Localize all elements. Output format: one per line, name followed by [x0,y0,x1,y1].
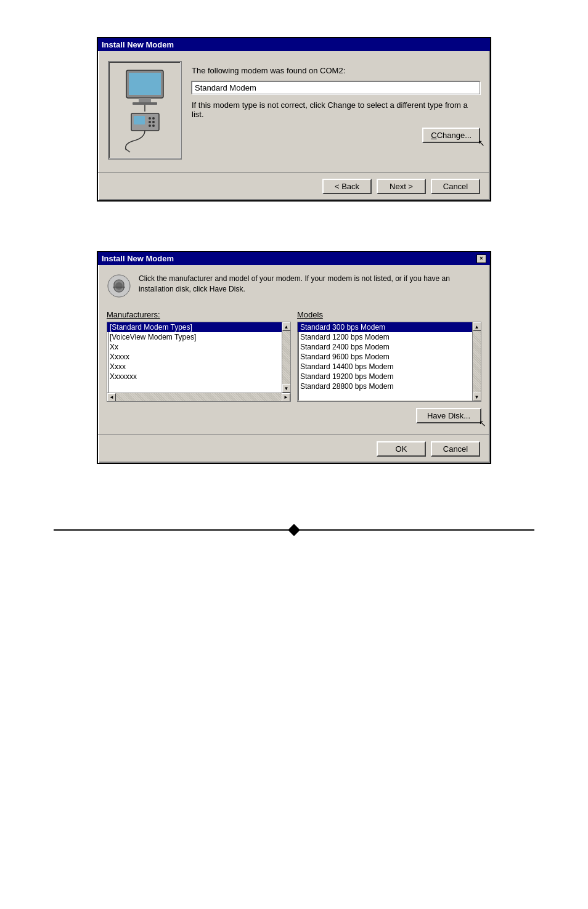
lists-row: Manufacturers: [Standard Modem Types] [V… [107,310,481,402]
list-item[interactable]: Standard 28800 bps Modem [298,381,472,391]
scroll-up-arrow[interactable]: ▲ [473,322,481,331]
svg-point-9 [149,121,151,123]
dialog2-titlebar: Install New Modem × [98,252,490,265]
list-item[interactable]: Standard 2400 bps Modem [298,342,472,352]
dialog1-titlebar: Install New Modem [98,38,490,51]
models-items: Standard 300 bps Modem Standard 1200 bps… [298,322,472,401]
scroll-track [282,331,290,384]
svg-rect-2 [139,98,151,103]
list-item[interactable]: Xx [107,342,282,352]
back-button[interactable]: < Back [322,179,372,194]
models-section: Models Standard 300 bps Modem Standard 1… [297,310,481,402]
change-button[interactable]: CChange... [422,128,480,143]
install-modem-dialog-2: Install New Modem × Click the manufactur… [97,251,491,464]
svg-point-11 [149,124,151,127]
svg-point-10 [152,121,155,123]
models-scrollbar[interactable]: ▲ ▼ [472,322,481,401]
list-item[interactable]: Standard 19200 bps Modem [298,372,472,381]
change-suggestion-text: If this modem type is not correct, click… [192,100,480,119]
manufacturers-scrollbar[interactable]: ▲ ▼ [282,322,290,393]
close-button[interactable]: × [476,255,486,263]
have-disk-wrapper: Have Disk... ↖ [416,408,481,423]
scroll-down-arrow[interactable]: ▼ [473,393,481,401]
dialog1-footer: < Back Next > Cancel [98,172,490,200]
svg-rect-6 [134,116,145,124]
list-item[interactable]: Xxxxx [107,352,282,362]
models-label: Models [297,310,481,319]
svg-point-15 [115,282,123,290]
dialog1-text-area: The following modem was found on COM2: I… [192,61,480,143]
dialog2-footer: OK Cancel [98,434,490,463]
install-modem-dialog-1: Install New Modem [97,37,491,202]
list-item[interactable]: Standard 300 bps Modem [298,322,472,332]
svg-point-8 [152,117,155,120]
change-button-wrapper: CChange... ↖ [422,128,480,143]
titlebar-controls: × [476,255,486,263]
dialog2-intro-text: Click the manufacturer and model of your… [139,274,481,295]
list-item[interactable]: Xxxxxxx [107,372,282,381]
list-item[interactable]: [Standard Modem Types] [107,322,282,332]
svg-point-12 [152,124,155,127]
modem-name-field[interactable] [192,81,480,94]
dialog2-intro-row: Click the manufacturer and model of your… [107,274,481,300]
sep-diamond [288,524,300,536]
modem-illustration [108,61,182,160]
have-disk-button[interactable]: Have Disk... [416,408,481,423]
change-underline: CChange... [431,131,472,140]
scroll-track [473,331,481,393]
scroll-up-arrow[interactable]: ▲ [282,322,291,331]
dialog2-title: Install New Modem [102,254,174,263]
models-listbox[interactable]: Standard 300 bps Modem Standard 1200 bps… [297,322,481,402]
sep-line-right [298,529,534,531]
found-modem-text: The following modem was found on COM2: [192,66,480,75]
manufacturers-section: Manufacturers: [Standard Modem Types] [V… [107,310,291,402]
scroll-down-arrow[interactable]: ▼ [282,384,291,393]
list-item[interactable]: Standard 1200 bps Modem [298,332,472,342]
list-item[interactable]: Standard 14400 bps Modem [298,362,472,372]
have-disk-row: Have Disk... ↖ [107,408,481,423]
phone-icon [107,274,131,300]
bottom-separator [54,526,534,534]
cancel-button-2[interactable]: Cancel [431,441,480,457]
cancel-button[interactable]: Cancel [431,179,480,194]
manufacturers-horiz-scrollbar[interactable]: ◄ ► [107,393,290,401]
svg-rect-1 [129,73,161,95]
list-item[interactable]: Standard 9600 bps Modem [298,352,472,362]
list-item[interactable]: [VoiceView Modem Types] [107,332,282,342]
dialog1-title: Install New Modem [102,40,174,49]
svg-point-7 [149,117,151,120]
manufacturers-items: [Standard Modem Types] [VoiceView Modem … [107,322,282,393]
manufacturers-label: Manufacturers: [107,310,291,319]
svg-rect-3 [133,102,157,105]
manufacturers-listbox[interactable]: [Standard Modem Types] [VoiceView Modem … [107,322,291,402]
scroll-right-arrow[interactable]: ► [282,393,290,402]
scroll-left-arrow[interactable]: ◄ [107,393,116,402]
sep-line-left [54,529,290,531]
ok-button[interactable]: OK [377,441,426,457]
horiz-track [116,393,282,401]
next-button[interactable]: Next > [377,179,426,194]
list-item[interactable]: Xxxx [107,362,282,372]
